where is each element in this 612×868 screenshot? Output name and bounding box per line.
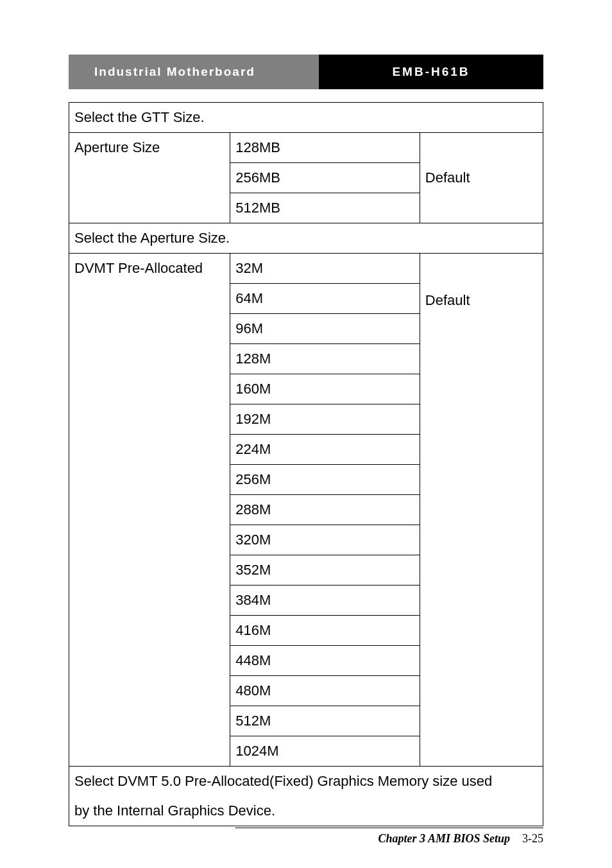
dvmt-option: 64M: [230, 284, 420, 314]
dvmt-option: 416M: [230, 616, 420, 646]
dvmt-description-line2: by the Internal Graphics Device.: [69, 796, 543, 826]
bios-settings-table: Select the GTT Size. Aperture Size 128MB…: [69, 102, 543, 826]
dvmt-option: 352M: [230, 555, 420, 586]
header-left: Industrial Motherboard: [69, 55, 319, 89]
dvmt-description-line1: Select DVMT 5.0 Pre-Allocated(Fixed) Gra…: [69, 767, 543, 797]
dvmt-option: 192M: [230, 404, 420, 435]
dvmt-option: 256M: [230, 465, 420, 495]
dvmt-option: 224M: [230, 435, 420, 465]
aperture-default: Default: [420, 133, 543, 223]
dvmt-option: 448M: [230, 646, 420, 676]
dvmt-default: Default: [420, 254, 543, 767]
footer-text: Chapter 3 AMI BIOS Setup 3-25: [378, 832, 543, 846]
dvmt-option: 96M: [230, 314, 420, 344]
dvmt-option: 160M: [230, 374, 420, 404]
aperture-size-label: Aperture Size: [69, 133, 230, 223]
footer-chapter: Chapter 3 AMI BIOS Setup: [378, 832, 510, 845]
dvmt-option: 288M: [230, 495, 420, 525]
dvmt-option: 32M: [230, 254, 420, 284]
header-right: EMB-H61B: [319, 55, 543, 89]
aperture-description: Select the Aperture Size.: [69, 223, 543, 254]
dvmt-option: 480M: [230, 676, 420, 706]
dvmt-label: DVMT Pre-Allocated: [69, 254, 230, 767]
header-bar: Industrial Motherboard EMB-H61B: [69, 55, 543, 89]
footer-divider: [235, 828, 543, 828]
dvmt-option: 512M: [230, 706, 420, 736]
aperture-option: 128MB: [230, 133, 420, 163]
dvmt-option: 1024M: [230, 736, 420, 767]
dvmt-option: 320M: [230, 525, 420, 555]
aperture-option: 256MB: [230, 163, 420, 193]
gtt-description: Select the GTT Size.: [69, 103, 543, 133]
dvmt-option: 384M: [230, 586, 420, 616]
aperture-option: 512MB: [230, 193, 420, 223]
footer-page-number: 3-25: [522, 832, 543, 845]
dvmt-option: 128M: [230, 344, 420, 374]
